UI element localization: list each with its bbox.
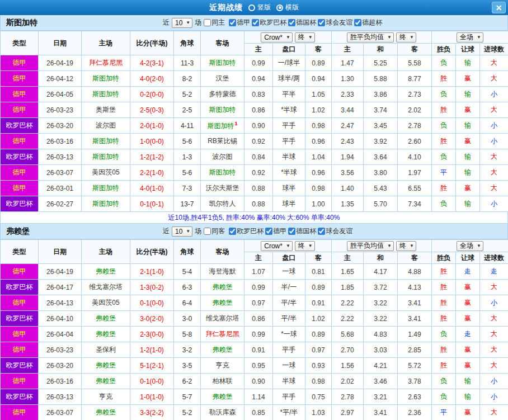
result-goals: 大 — [480, 311, 508, 327]
away-team[interactable]: 斯图加特 — [201, 165, 244, 181]
home-team[interactable]: 奥斯堡 — [82, 102, 130, 118]
league-filter[interactable]: 德甲 — [265, 226, 286, 236]
league-checkbox[interactable] — [229, 19, 236, 26]
league-filter[interactable]: 德国杯 — [288, 18, 316, 27]
away-team[interactable]: 汉堡 — [201, 71, 244, 87]
away-team[interactable]: 多特蒙德 — [201, 87, 244, 102]
away-team[interactable]: 海登海默 — [201, 264, 244, 280]
home-team[interactable]: 弗赖堡 — [82, 327, 130, 342]
away-team[interactable]: RB莱比锡 — [201, 134, 244, 149]
league-filter[interactable]: 欧罗巴杯 — [229, 226, 264, 236]
result-handicap: 输 — [456, 87, 480, 102]
away-team[interactable]: 斯图加特 — [201, 55, 244, 71]
sections-container: 斯图加特 近 10 ▼ 场 同主 德甲欧罗巴杯德国杯球会友谊德超杯 — [0, 15, 508, 420]
league-filter[interactable]: 球会友谊 — [318, 226, 352, 236]
home-odds: 0.92 — [244, 134, 273, 149]
home-team[interactable]: 美因茨05 — [82, 165, 130, 181]
home-team[interactable]: 弗赖堡 — [82, 358, 130, 374]
avg-home: 2.33 — [332, 87, 364, 102]
away-team[interactable]: 弗赖堡 — [201, 342, 244, 358]
league-checkbox[interactable] — [288, 228, 295, 235]
avg-source-dropdown[interactable]: 胜平负均值 ▼ — [347, 241, 394, 251]
avg-time-dropdown[interactable]: 终 ▼ — [396, 241, 416, 251]
league-checkbox[interactable] — [252, 19, 259, 26]
radio-vertical[interactable]: 竖版 — [248, 3, 271, 12]
odds-time-dropdown[interactable]: 终 ▼ — [295, 241, 315, 251]
league-checkbox[interactable] — [288, 19, 295, 26]
league-label: 德国杯 — [296, 226, 316, 236]
match-count-dropdown[interactable]: 10 ▼ — [172, 226, 192, 237]
same-venue-filter[interactable]: 同客 — [204, 226, 225, 236]
match-date: 26-03-13 — [39, 149, 82, 165]
handicap: 球半 — [273, 196, 305, 212]
col-avg-home: 主 — [332, 252, 364, 264]
home-team[interactable]: 斯图加特 — [82, 181, 130, 196]
home-team[interactable]: 美因茨05 — [82, 295, 130, 311]
home-team[interactable]: 维戈塞尔塔 — [82, 280, 130, 295]
league-checkbox[interactable] — [318, 19, 325, 26]
radio-horizontal[interactable]: 横版 — [276, 3, 299, 12]
avg-home: 2.97 — [332, 405, 364, 420]
away-team[interactable]: 弗赖堡 — [201, 280, 244, 295]
scope-dropdown[interactable]: 全场 ▼ — [457, 32, 483, 43]
home-team[interactable]: 弗赖堡 — [82, 311, 130, 327]
home-odds: 1.14 — [244, 389, 273, 405]
away-team[interactable]: 亨克 — [201, 358, 244, 374]
home-team[interactable]: 弗赖堡 — [82, 405, 130, 420]
home-team[interactable]: 弗赖堡 — [82, 374, 130, 389]
table-row: 德甲 26-03-23 奥斯堡 2-5(0-3) 2-5 斯图加特 0.86 *… — [1, 102, 508, 118]
same-venue-filter[interactable]: 同主 — [204, 18, 225, 27]
avg-source-dropdown[interactable]: 胜平负均值 ▼ — [347, 32, 394, 43]
odds-time-dropdown[interactable]: 终 ▼ — [295, 32, 315, 43]
table-row: 德甲 26-03-07 弗赖堡 3-3(2-2) 5-2 勒沃库森 0.85 *… — [1, 405, 508, 420]
away-team[interactable]: 斯图加特 — [201, 102, 244, 118]
away-team[interactable]: 维戈塞尔塔 — [201, 311, 244, 327]
away-team[interactable]: 拜仁慕尼黑 — [201, 327, 244, 342]
league-filter[interactable]: 德超杯 — [354, 18, 382, 27]
away-team[interactable]: 柏林联 — [201, 374, 244, 389]
match-date: 26-04-12 — [39, 71, 82, 87]
league-checkbox[interactable] — [229, 228, 236, 235]
match-count-dropdown[interactable]: 10 ▼ — [172, 18, 192, 28]
home-team[interactable]: 斯图加特 — [82, 149, 130, 165]
result-goals: 大 — [480, 280, 508, 295]
home-team[interactable]: 斯图加特 — [82, 71, 130, 87]
away-team[interactable]: 沃尔夫斯堡 — [201, 181, 244, 196]
home-team[interactable]: 弗赖堡 — [82, 264, 130, 280]
close-icon[interactable]: ✕ — [492, 2, 506, 13]
avg-away: 4.10 — [398, 149, 432, 165]
home-team[interactable]: 拜仁慕尼黑 — [82, 55, 130, 71]
away-team[interactable]: 波尔图 — [201, 149, 244, 165]
odds-source-dropdown[interactable]: Crow* ▼ — [261, 32, 293, 43]
same-venue-label: 同主 — [211, 18, 225, 27]
league-filter[interactable]: 球会友谊 — [318, 18, 352, 27]
avg-time-dropdown[interactable]: 终 ▼ — [396, 32, 416, 43]
league-filter[interactable]: 德国杯 — [288, 226, 316, 236]
odds-source-dropdown[interactable]: Crow* ▼ — [261, 241, 293, 251]
away-team[interactable]: 勒沃库森 — [201, 405, 244, 420]
league-filter[interactable]: 德甲 — [229, 18, 250, 27]
league-checkbox[interactable] — [265, 228, 272, 235]
away-team[interactable]: 凯尔特人 — [201, 196, 244, 212]
handicap: 球半/两 — [273, 71, 305, 87]
away-team[interactable]: 弗赖堡 — [201, 295, 244, 311]
home-team[interactable]: 斯图加特 — [82, 87, 130, 102]
league-checkbox[interactable] — [354, 19, 361, 26]
avg-draw: 3.80 — [364, 165, 398, 181]
same-venue-checkbox[interactable] — [204, 228, 211, 235]
home-team[interactable]: 圣保利 — [82, 342, 130, 358]
home-team[interactable]: 斯图加特 — [82, 196, 130, 212]
scope-dropdown[interactable]: 全场 ▼ — [457, 241, 483, 251]
avg-home: 2.70 — [332, 342, 364, 358]
same-venue-checkbox[interactable] — [204, 19, 211, 26]
league-checkbox[interactable] — [318, 228, 325, 235]
home-team[interactable]: 波尔图 — [82, 118, 130, 134]
score: 5-1(2-1) — [130, 358, 174, 374]
home-team[interactable]: 斯图加特 — [82, 134, 130, 149]
away-team[interactable]: 弗赖堡 — [201, 389, 244, 405]
col-away: 客场 — [201, 240, 244, 264]
away-odds: 0.98 — [305, 374, 332, 389]
league-filter[interactable]: 欧罗巴杯 — [252, 18, 286, 27]
home-team[interactable]: 亨克 — [82, 389, 130, 405]
away-team[interactable]: 斯图加特1 — [201, 118, 244, 134]
